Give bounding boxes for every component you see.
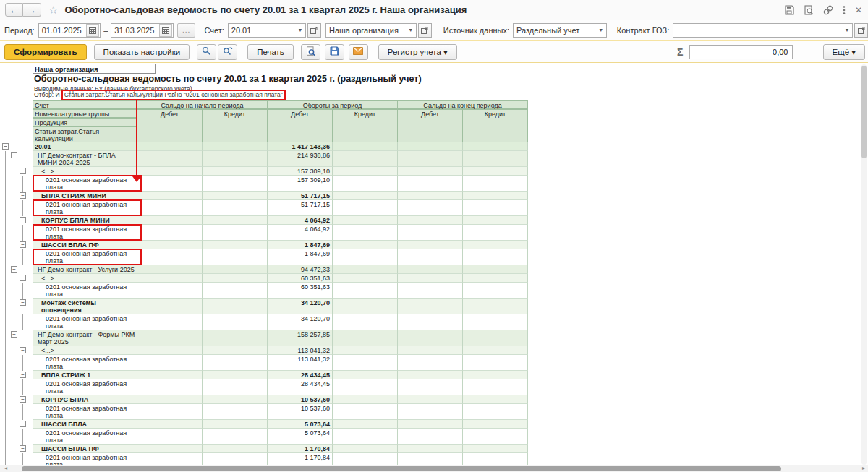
value-cell[interactable]: [203, 225, 268, 241]
value-cell[interactable]: [137, 142, 203, 151]
table-row[interactable]: 0201 основная заработная плата113 041,32: [0, 355, 535, 371]
collapse-group-button[interactable]: −: [20, 372, 26, 378]
table-row[interactable]: 0201 основная заработная плата51 717,15: [0, 200, 535, 216]
value-cell[interactable]: [203, 241, 268, 249]
value-cell[interactable]: [333, 225, 398, 241]
value-cell[interactable]: [463, 151, 528, 167]
value-cell[interactable]: [398, 404, 463, 420]
value-cell[interactable]: [333, 151, 398, 167]
value-cell[interactable]: [333, 241, 398, 249]
value-cell[interactable]: [398, 274, 463, 283]
table-row[interactable]: −20.011 417 143,36: [0, 142, 535, 151]
row-label-cell[interactable]: 0201 основная заработная плата: [33, 200, 137, 216]
row-label-cell[interactable]: 0201 основная заработная плата: [33, 225, 137, 241]
value-cell[interactable]: [398, 429, 463, 445]
save-icon[interactable]: [784, 5, 794, 15]
row-label-cell[interactable]: ШАССИ БПЛА: [33, 420, 137, 429]
collapse-group-button[interactable]: −: [11, 331, 17, 338]
table-row[interactable]: 0201 основная заработная плата5 073,64: [0, 429, 535, 445]
value-cell[interactable]: [463, 142, 528, 151]
search-next-button[interactable]: [218, 44, 237, 60]
value-cell[interactable]: [398, 283, 463, 299]
value-cell[interactable]: [137, 167, 203, 176]
link-icon[interactable]: [823, 5, 833, 15]
table-row[interactable]: −ШАССИ БПЛА5 073,64: [0, 420, 535, 429]
value-cell[interactable]: [137, 299, 203, 314]
value-cell[interactable]: [203, 274, 268, 283]
period-from-value[interactable]: 01.01.2025: [39, 26, 86, 35]
value-cell[interactable]: [203, 200, 268, 216]
value-cell[interactable]: [398, 314, 463, 330]
value-cell[interactable]: [203, 395, 268, 404]
value-cell[interactable]: [137, 371, 203, 379]
collapse-group-button[interactable]: −: [11, 152, 17, 158]
value-cell[interactable]: [398, 371, 463, 379]
preview-icon[interactable]: [804, 5, 814, 15]
table-row[interactable]: 0201 основная заработная плата28 434,45: [0, 379, 535, 395]
period-to-value[interactable]: 31.03.2025: [111, 26, 158, 35]
more-menu-button[interactable]: Ещё ▾: [823, 44, 866, 60]
turnover-debit-cell[interactable]: 158 257,85: [268, 330, 333, 346]
row-label-cell[interactable]: 0201 основная заработная плата: [33, 176, 137, 192]
value-cell[interactable]: [398, 265, 463, 274]
value-cell[interactable]: [203, 283, 268, 299]
turnover-debit-cell[interactable]: 10 537,60: [268, 395, 333, 404]
table-row[interactable]: −<...>157 309,10: [0, 167, 535, 176]
value-cell[interactable]: [137, 200, 203, 216]
value-cell[interactable]: [137, 249, 203, 265]
value-cell[interactable]: [333, 355, 398, 371]
value-cell[interactable]: [137, 241, 203, 249]
value-cell[interactable]: [333, 176, 398, 192]
turnover-debit-cell[interactable]: 157 309,10: [268, 167, 333, 176]
value-cell[interactable]: [203, 142, 268, 151]
row-label-cell[interactable]: 0201 основная заработная плата: [33, 404, 137, 420]
print-button[interactable]: Печать: [247, 44, 294, 60]
value-cell[interactable]: [137, 395, 203, 404]
value-cell[interactable]: [463, 395, 528, 404]
value-cell[interactable]: [333, 283, 398, 299]
value-cell[interactable]: [398, 200, 463, 216]
row-label-cell[interactable]: 0201 основная заработная плата: [33, 283, 137, 299]
value-cell[interactable]: [333, 216, 398, 225]
value-cell[interactable]: [333, 314, 398, 330]
value-cell[interactable]: [333, 200, 398, 216]
collapse-group-button[interactable]: −: [20, 168, 26, 174]
turnover-debit-cell[interactable]: 28 434,45: [268, 379, 333, 395]
value-cell[interactable]: [203, 429, 268, 445]
vertical-scrollbar[interactable]: [861, 64, 867, 465]
value-cell[interactable]: [463, 346, 528, 355]
collapse-group-button[interactable]: −: [20, 192, 26, 199]
value-cell[interactable]: [333, 192, 398, 200]
table-row[interactable]: −БПЛА СТРИЖ 128 434,45: [0, 371, 535, 379]
chevron-down-icon[interactable]: ▼: [295, 24, 305, 37]
value-cell[interactable]: [137, 274, 203, 283]
value-cell[interactable]: [203, 346, 268, 355]
goz-contract-field[interactable]: ▼: [673, 23, 853, 38]
chevron-down-icon[interactable]: ▼: [596, 24, 606, 37]
value-cell[interactable]: [463, 429, 528, 445]
row-label-cell[interactable]: 0201 основная заработная плата: [33, 379, 137, 395]
value-cell[interactable]: [398, 151, 463, 167]
value-cell[interactable]: [203, 299, 268, 314]
value-cell[interactable]: [398, 395, 463, 404]
value-cell[interactable]: [463, 299, 528, 314]
register-menu-button[interactable]: Регистр учета ▾: [378, 44, 457, 60]
row-label-cell[interactable]: 0201 основная заработная плата: [33, 249, 137, 265]
scroll-left-icon[interactable]: ◂: [4, 465, 7, 471]
row-label-cell[interactable]: НГ Демо-контракт - Услуги 2025: [33, 265, 137, 274]
organization-field[interactable]: Наша организация ▼: [326, 23, 417, 38]
value-cell[interactable]: [203, 176, 268, 192]
row-label-cell[interactable]: БПЛА СТРИЖ МИНИ: [33, 192, 137, 200]
value-cell[interactable]: [398, 241, 463, 249]
value-cell[interactable]: [203, 445, 268, 453]
value-cell[interactable]: [137, 420, 203, 429]
row-label-cell[interactable]: ШАССИ БПЛА ПФ: [33, 445, 137, 453]
goz-contract-open-button[interactable]: [854, 23, 868, 38]
value-cell[interactable]: [203, 379, 268, 395]
value-cell[interactable]: [333, 265, 398, 274]
value-cell[interactable]: [333, 274, 398, 283]
row-label-cell[interactable]: 0201 основная заработная плата: [33, 355, 137, 371]
turnover-debit-cell[interactable]: 5 073,64: [268, 429, 333, 445]
value-cell[interactable]: [463, 314, 528, 330]
show-settings-button[interactable]: Показать настройки: [94, 44, 190, 60]
